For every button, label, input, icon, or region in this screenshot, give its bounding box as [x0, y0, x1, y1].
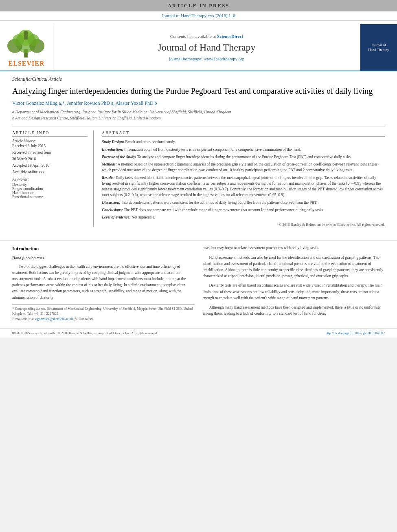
conclusions-label: Conclusions: — [102, 208, 123, 212]
affiliation-a: a Department of Mechanical Engineering, … — [12, 109, 385, 115]
journal-title: Journal of Hand Therapy — [158, 42, 255, 53]
journal-logo-right: Journal ofHand Therapy — [360, 24, 397, 71]
article-info-header: ARTICLE INFO — [12, 130, 88, 137]
journal-cite-text: Journal of Hand Therapy xxx (2016) 1–8 — [162, 13, 235, 18]
article-type: Scientific/Clinical Article — [12, 76, 385, 82]
authors: Victor Gonzalez MEng a,*, Jennifer Rowso… — [12, 100, 385, 106]
intro-label: Introduction: — [102, 148, 123, 152]
svg-rect-8 — [24, 35, 28, 40]
revised-label: Received in revised form — [12, 150, 88, 155]
study-design: Study Design: Bench and cross-sectional … — [102, 139, 385, 145]
purpose-abstract: Purpose of the Study: To analyze and com… — [102, 154, 385, 160]
level-abstract: Level of evidence: Not applicable. — [102, 214, 385, 220]
svg-point-6 — [28, 34, 39, 46]
page: ARTICLE IN PRESS Journal of Hand Therapy… — [0, 0, 397, 338]
sciencedirect-line: Contents lists available at ScienceDirec… — [170, 34, 243, 39]
footnote-email-suffix: (V. Gonzalez). — [74, 317, 94, 321]
article-content: Scientific/Clinical Article Analyzing fi… — [0, 71, 397, 236]
intro-para3: Hand assessment methods can also be used… — [203, 255, 385, 280]
abstract-header: ABSTRACT — [102, 130, 385, 137]
discussion-label: Discussion: — [102, 201, 121, 205]
intro-para5: Although many hand assessment methods ha… — [203, 305, 385, 317]
intro-para1: Two of the biggest challenges in the hea… — [12, 264, 195, 301]
footer-bar: 0894-1130/$ — see front matter © 2016 Ha… — [0, 328, 397, 338]
elsevier-brand-text: ELSEVIER — [9, 60, 45, 67]
results-label: Results: — [102, 176, 115, 180]
study-design-label: Study Design: — [102, 140, 124, 144]
level-label: Level of evidence: — [102, 215, 131, 219]
body-section: Introduction Hand function tests Two of … — [0, 245, 397, 328]
journal-homepage: journal homepage: www.jhandtherapy.org — [169, 56, 244, 61]
aip-banner: ARTICLE IN PRESS — [0, 0, 397, 11]
results-text: Daily tasks showed identifiable interdep… — [102, 176, 383, 197]
homepage-label: journal homepage: — [169, 56, 204, 61]
footnote-email-label: E-mail address: — [12, 317, 34, 321]
header-center: Contents lists available at ScienceDirec… — [53, 24, 360, 71]
footnote-email-link[interactable]: v.gonzalez@sheffield.ac.uk — [35, 317, 73, 321]
sciencedirect-label: Contents lists available at — [170, 34, 216, 39]
methods-text: A method based on the optoelectronic kin… — [102, 162, 379, 172]
homepage-url[interactable]: www.jhandtherapy.org — [204, 56, 244, 61]
journal-logo-text: Journal ofHand Therapy — [368, 42, 389, 53]
body-left-col: Introduction Hand function tests Two of … — [12, 245, 195, 322]
affiliations: a Department of Mechanical Engineering, … — [12, 109, 385, 121]
article-info-col: ARTICLE INFO Article history: Received 6… — [12, 130, 94, 227]
available-value: Available online xxx — [12, 170, 88, 174]
intro-para4: Dexterity tests are often based on ordin… — [203, 283, 385, 301]
intro-text: Information obtained from dexterity test… — [124, 148, 301, 152]
methods-abstract: Methods: A method based on the optoelect… — [102, 161, 385, 173]
purpose-text: To analyze and compare finger interdepen… — [137, 155, 351, 159]
svg-point-7 — [24, 31, 28, 35]
affiliation-b: b Art and Design Research Centre, Sheffi… — [12, 115, 385, 121]
keyword-1: Dexterity — [12, 183, 88, 187]
discussion-abstract: Discussion: Interdependencies patterns w… — [102, 200, 385, 205]
keyword-3: Hand function — [12, 191, 88, 195]
accepted-value: Accepted 18 April 2016 — [12, 163, 88, 168]
elsevier-tree-icon — [3, 27, 50, 59]
body-right-col: tests, but may forgo to relate assessmen… — [203, 245, 385, 322]
conclusions-abstract: Conclusions: The PBT does not compare we… — [102, 207, 385, 213]
svg-point-5 — [13, 34, 24, 46]
header-area: ELSEVIER Contents lists available at Sci… — [0, 21, 397, 71]
info-abstract-section: ARTICLE INFO Article history: Received 6… — [12, 126, 385, 227]
results-abstract: Results: Daily tasks showed identifiable… — [102, 175, 385, 198]
intro-para2: tests, but may forgo to relate assessmen… — [203, 245, 385, 251]
keyword-2: Finger coordination — [12, 187, 88, 191]
introduction-abstract: Introduction: Information obtained from … — [102, 147, 385, 152]
discussion-text: Interdependencies patterns were consiste… — [121, 201, 317, 205]
copyright: © 2016 Hanley & Belfus, an imprint of El… — [102, 223, 385, 227]
methods-label: Methods: — [102, 162, 117, 166]
body-divider — [0, 241, 397, 241]
footnote-star: * Corresponding author. Department of Me… — [12, 306, 195, 317]
footer-issn: 0894-1130/$ — see front matter © 2016 Ha… — [12, 331, 158, 335]
study-design-text: Bench and cross-sectional study. — [125, 140, 176, 144]
purpose-label: Purpose of the Study: — [102, 155, 136, 159]
level-text: Not applicable. — [132, 215, 155, 219]
conclusions-text: The PBT does not compare well with the w… — [124, 208, 324, 212]
sciencedirect-link[interactable]: ScienceDirect — [217, 34, 243, 39]
keywords-label: Keywords: — [12, 177, 88, 181]
footnote: * Corresponding author. Department of Me… — [12, 306, 195, 322]
received-value: Received 6 July 2015 — [12, 144, 88, 148]
journal-cite: Journal of Hand Therapy xxx (2016) 1–8 — [0, 11, 397, 21]
keyword-4: Functional outcome — [12, 195, 88, 199]
footnote-divider — [12, 304, 195, 305]
article-title: Analyzing finger interdependencies durin… — [12, 86, 385, 96]
history-label: Article history: — [12, 139, 88, 143]
abstract-col: ABSTRACT Study Design: Bench and cross-s… — [102, 130, 385, 227]
elsevier-logo-area: ELSEVIER — [0, 24, 53, 71]
intro-section-title: Introduction — [12, 245, 195, 253]
hand-function-subtitle: Hand function tests — [12, 255, 195, 261]
footnote-email-line: E-mail address: v.gonzalez@sheffield.ac.… — [12, 316, 195, 322]
revised-date: 30 March 2016 — [12, 157, 88, 161]
banner-text: ARTICLE IN PRESS — [167, 2, 229, 9]
footer-doi-link[interactable]: http://dx.doi.org/10.1016/j.jht.2016.04.… — [325, 331, 385, 335]
authors-text: Victor Gonzalez MEng a,*, Jennifer Rowso… — [12, 100, 157, 106]
